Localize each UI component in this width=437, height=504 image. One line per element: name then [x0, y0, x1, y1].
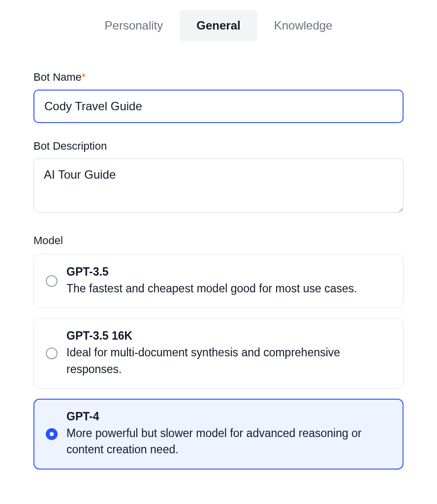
bot-name-input[interactable]	[33, 90, 404, 123]
bot-description-label: Bot Description	[33, 140, 404, 153]
bot-description-group: Bot Description AI Tour Guide	[33, 140, 404, 215]
model-option-content: GPT-4 More powerful but slower model for…	[66, 410, 391, 458]
radio-icon	[46, 347, 58, 359]
radio-icon	[46, 428, 58, 440]
model-option-title: GPT-4	[66, 410, 391, 423]
bot-name-group: Bot Name*	[33, 71, 404, 123]
tab-personality[interactable]: Personality	[88, 10, 180, 41]
model-group: Model GPT-3.5 The fastest and cheapest m…	[33, 234, 404, 470]
radio-inner-icon	[50, 279, 54, 283]
radio-inner-icon	[50, 351, 54, 355]
model-option-title: GPT-3.5 16K	[66, 329, 391, 343]
model-option-gpt-4[interactable]: GPT-4 More powerful but slower model for…	[33, 399, 404, 470]
model-option-description: The fastest and cheapest model good for …	[66, 281, 391, 297]
model-option-gpt-3-5-16k[interactable]: GPT-3.5 16K Ideal for multi-document syn…	[33, 318, 404, 389]
tabs-container: Personality General Knowledge	[33, 10, 404, 41]
bot-name-label: Bot Name*	[33, 71, 404, 84]
bot-description-input[interactable]: AI Tour Guide	[33, 158, 404, 213]
model-option-description: Ideal for multi-document synthesis and c…	[66, 345, 391, 378]
bot-name-label-text: Bot Name	[33, 71, 82, 83]
radio-icon	[46, 275, 58, 287]
model-section-label: Model	[33, 234, 404, 247]
model-option-title: GPT-3.5	[66, 265, 391, 279]
model-option-content: GPT-3.5 16K Ideal for multi-document syn…	[66, 329, 391, 378]
model-option-content: GPT-3.5 The fastest and cheapest model g…	[66, 265, 391, 297]
tab-knowledge[interactable]: Knowledge	[257, 10, 349, 41]
tab-general[interactable]: General	[180, 10, 257, 41]
required-indicator-icon: *	[82, 71, 86, 83]
model-option-gpt-3-5[interactable]: GPT-3.5 The fastest and cheapest model g…	[33, 254, 404, 308]
model-option-description: More powerful but slower model for advan…	[66, 425, 391, 458]
radio-inner-icon	[50, 432, 54, 436]
